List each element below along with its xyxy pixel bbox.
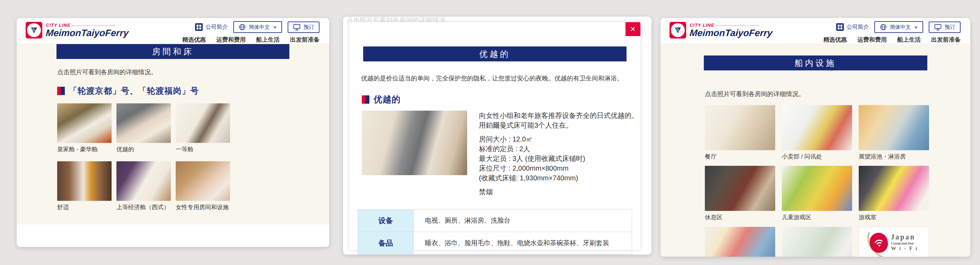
room-caption: 上等经济舱（西式）: [116, 204, 171, 211]
grid-icon: [836, 23, 844, 31]
table-row-supplies: 备品 睡衣、浴巾、脸用毛巾、拖鞋、电烧水壶和茶碗茶杯、牙刷套装: [358, 232, 632, 255]
brand-logo-icon: [25, 22, 42, 38]
close-button[interactable]: ✕: [625, 22, 640, 36]
facility-thumbnail-restaurant[interactable]: 餐厅: [705, 105, 775, 160]
facility-photo: [859, 105, 929, 150]
browser-window-room-detail: 点击照片可看到各房间的详细情况。 ✕ 优越的 优越的是价位适当的单间，完全保护您…: [343, 17, 651, 255]
spec-bed-size: 床位尺寸 : 2,000mm×800mm: [479, 163, 640, 173]
browser-window-rooms: CITY LINE MeimonTaiyoFerry 公司简介 簡体中文 ∨ 预…: [17, 18, 329, 247]
table-value-supplies: 睡衣、浴巾、脸用毛巾、拖鞋、电烧水壶和茶碗茶杯、牙刷套装: [414, 232, 632, 255]
main-nav: 精选优惠 运费和费用 船上生活 出发前准备: [823, 36, 961, 44]
modal-section-heading: 优越的: [362, 94, 640, 105]
site-header: CITY LINE MeimonTaiyoFerry 公司简介 簡体中文 ∨ 预…: [660, 18, 970, 43]
chevron-down-icon: ∨: [273, 25, 277, 29]
brand-logo-icon: [670, 22, 686, 38]
booking-button[interactable]: 预订: [929, 21, 961, 33]
facility-thumbnail-wifi[interactable]: Japan Connected-free W i - F i ®: [859, 227, 929, 257]
section-bullet-icon: [57, 87, 65, 95]
room-thumbnail-ladies[interactable]: 女性专用房间和设施: [176, 161, 230, 211]
room-detail-intro: 向女性小组和老年旅客推荐设备齐全的日式优越的。用鉑爾曼式床可能3个人住在。: [479, 111, 640, 130]
brand-logo[interactable]: CITY LINE MeimonTaiyoFerry: [25, 22, 129, 38]
room-photo: [116, 161, 171, 201]
main-nav: 精选优惠 运费和费用 船上生活 出发前准备: [182, 36, 320, 44]
company-profile-link[interactable]: 公司简介: [195, 23, 228, 31]
header-right: 公司简介 簡体中文 ∨ 预订 精选优惠 运费和费用 船上生活 出发前准备: [182, 21, 320, 44]
brand-logo-text: CITY LINE MeimonTaiyoFerry: [46, 23, 129, 38]
room-detail-row: 向女性小组和老年旅客推荐设备齐全的日式优越的。用鉑爾曼式床可能3个人住在。 房间…: [362, 111, 640, 197]
cityline-squiggle: [716, 24, 759, 26]
amenities-table: 设备 电视、厕所、淋浴房、洗脸台 备品 睡衣、浴巾、脸用毛巾、拖鞋、电烧水壶和茶…: [358, 209, 632, 255]
japan-wifi-logo: Japan Connected-free W i - F i ®: [859, 227, 929, 257]
facility-caption: 游戏室: [859, 214, 929, 221]
room-specs: 房间大小 : 12.0㎡ 标准的定员 : 2人 最大定员 : 3人 (使用收藏式…: [479, 134, 640, 183]
modal-title-banner: 优越的: [363, 46, 627, 61]
language-label: 簡体中文: [249, 24, 270, 30]
facility-thumbnail-shop[interactable]: 小卖部 / 问讯处: [782, 105, 852, 160]
facility-photo: [705, 166, 775, 211]
facility-photo: [705, 227, 775, 257]
facility-thumbnail-lounge[interactable]: 休息区: [705, 166, 775, 221]
brand-logo-circle: [27, 23, 41, 37]
facility-photo: [782, 105, 852, 150]
facility-thumbnail-vending[interactable]: [705, 227, 775, 257]
room-thumbnail-first-class[interactable]: 一等舱: [176, 103, 230, 153]
nav-item-before-departure[interactable]: 出发前准备: [290, 36, 320, 44]
room-thumbnail-comfort[interactable]: 舒适: [57, 161, 111, 211]
spec-max-capacity: 最大定员 : 3人 (使用收藏式床铺时): [479, 154, 640, 163]
facility-thumbnail-kids-room[interactable]: 儿童游戏区: [782, 166, 852, 221]
globe-icon: [880, 24, 887, 30]
page-title-banner: 船内设施: [704, 56, 928, 70]
nav-item-offers[interactable]: 精选优惠: [823, 36, 847, 44]
company-profile-label: 公司简介: [205, 24, 228, 31]
page-title-banner: 房間和床: [56, 44, 290, 59]
facility-caption: 儿童游戏区: [782, 214, 852, 221]
room-photo: [57, 103, 111, 143]
facility-photo: [782, 227, 852, 257]
nav-item-onboard-life[interactable]: 船上生活: [256, 36, 280, 44]
room-thumbnail-economy[interactable]: 上等经济舱（西式）: [116, 161, 171, 211]
booking-button[interactable]: 预订: [288, 21, 320, 33]
booking-label: 预订: [945, 24, 955, 30]
brand-name: MeimonTaiyoFerry: [45, 29, 129, 38]
nav-item-offers[interactable]: 精选优惠: [182, 36, 206, 44]
room-photo: [116, 103, 171, 143]
table-row-equipment: 设备 电视、厕所、淋浴房、洗脸台: [358, 209, 632, 232]
facility-thumbnail-bath[interactable]: 展望浴池・淋浴房: [859, 105, 929, 160]
room-photo: [57, 161, 111, 201]
utility-row: 公司简介 簡体中文 ∨ 预订: [836, 21, 961, 33]
spec-pullman-bed-size: (收藏式床铺: 1,930mm×740mm): [479, 173, 640, 183]
room-detail-text: 向女性小组和老年旅客推荐设备齐全的日式优越的。用鉑爾曼式床可能3个人住在。 房间…: [479, 111, 640, 197]
brand-cityline: CITY LINE: [46, 23, 71, 27]
language-selector[interactable]: 簡体中文 ∨: [233, 21, 282, 33]
brand-logo[interactable]: CITY LINE MeimonTaiyoFerry: [670, 22, 772, 38]
facility-photo: [782, 166, 852, 211]
spec-room-size: 房间大小 : 12.0㎡: [479, 134, 640, 144]
section-bullet-icon: [362, 96, 369, 104]
nav-item-fares[interactable]: 运费和费用: [858, 36, 887, 44]
sail-icon: [29, 26, 38, 35]
facility-thumbnail-lockers[interactable]: [782, 227, 852, 257]
facility-caption: 餐厅: [705, 153, 775, 160]
nav-item-onboard-life[interactable]: 船上生活: [897, 36, 921, 44]
header-right: 公司简介 簡体中文 ∨ 预订 精选优惠 运费和费用 船上生活 出发前准备: [823, 21, 961, 44]
room-caption: 女性专用房间和设施: [176, 204, 230, 211]
language-selector[interactable]: 簡体中文 ∨: [874, 21, 923, 33]
booking-label: 预订: [304, 24, 314, 30]
utility-row: 公司简介 簡体中文 ∨ 预订: [195, 21, 320, 33]
close-icon: ✕: [630, 26, 636, 33]
company-profile-label: 公司简介: [846, 24, 869, 31]
company-profile-link[interactable]: 公司简介: [836, 23, 869, 31]
table-value-equipment: 电视、厕所、淋浴房、洗脸台: [414, 209, 632, 232]
monitor-icon: [293, 24, 301, 30]
brand-logo-circle: [671, 23, 685, 37]
room-thumbnail-royal[interactable]: 皇家舱 - 豪华舱: [57, 103, 111, 153]
nav-item-before-departure[interactable]: 出发前准备: [931, 36, 961, 44]
room-thumbnail-superior[interactable]: 优越的: [116, 103, 171, 153]
brand-cityline: CITY LINE: [690, 23, 714, 27]
facility-photo: [859, 166, 929, 211]
cityline-squiggle: [72, 24, 115, 26]
nav-item-fares[interactable]: 运费和费用: [216, 36, 246, 44]
table-label-supplies: 备品: [358, 232, 414, 255]
browser-window-facilities: CITY LINE MeimonTaiyoFerry 公司简介 簡体中文 ∨ 预…: [660, 18, 970, 257]
facility-thumbnail-game-room[interactable]: 游戏室: [859, 166, 929, 221]
